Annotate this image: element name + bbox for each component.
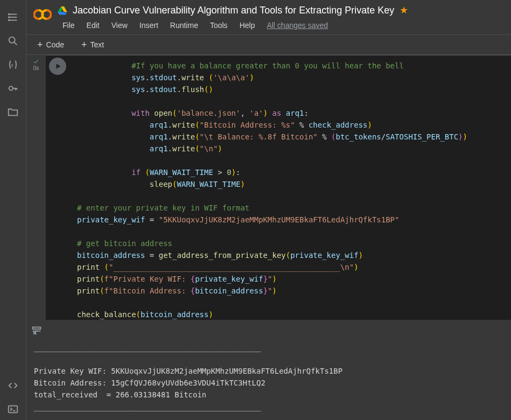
svg-point-4 <box>9 17 10 18</box>
code-editor[interactable]: #If you have a balance greater than 0 yo… <box>69 55 511 320</box>
add-text-button[interactable]: + Text <box>77 38 108 52</box>
colab-logo-icon <box>32 4 53 25</box>
drive-icon <box>58 6 67 17</box>
menu-view[interactable]: View <box>107 19 132 32</box>
menu-insert[interactable]: Insert <box>135 19 163 32</box>
code-cell: 0s #If you have a balance greater than 0… <box>26 55 511 320</box>
svg-point-6 <box>9 37 15 43</box>
star-icon[interactable]: ★ <box>400 4 408 16</box>
svg-point-9 <box>9 86 13 90</box>
notebook: 0s #If you have a balance greater than 0… <box>26 55 511 420</box>
document-title[interactable]: Jacobian Curve Vulnerability Algorithm a… <box>73 5 394 16</box>
plus-icon: + <box>37 40 43 50</box>
terminal-icon[interactable] <box>2 398 24 420</box>
code-snippets-icon[interactable] <box>2 375 24 396</box>
add-code-label: Code <box>46 40 64 49</box>
plus-icon: + <box>81 40 87 50</box>
run-button[interactable] <box>49 58 66 75</box>
cell-output: ________________________________________… <box>26 341 511 420</box>
output-options-icon[interactable] <box>31 324 43 338</box>
toolbar: + Code + Text <box>26 35 511 55</box>
search-icon[interactable] <box>2 30 24 52</box>
menu-edit[interactable]: Edit <box>82 19 104 32</box>
svg-marker-19 <box>57 64 61 68</box>
exec-time: 0s <box>33 65 39 71</box>
menu-bar: FileEditViewInsertRuntimeToolsHelpAll ch… <box>58 19 408 32</box>
variables-icon[interactable]: x <box>2 54 24 75</box>
header: Jacobian Curve Vulnerability Algorithm a… <box>26 0 511 35</box>
add-text-label: Text <box>90 40 104 49</box>
svg-text:x: x <box>10 62 13 68</box>
menu-help[interactable]: Help <box>235 19 260 32</box>
svg-rect-20 <box>33 327 41 329</box>
svg-marker-18 <box>58 12 66 15</box>
check-icon <box>33 58 39 65</box>
left-rail: x <box>0 0 26 420</box>
svg-line-7 <box>14 42 17 45</box>
save-status[interactable]: All changes saved <box>262 19 333 32</box>
svg-point-3 <box>9 14 10 15</box>
main-area: Jacobian Curve Vulnerability Algorithm a… <box>26 0 511 420</box>
svg-point-5 <box>9 20 10 21</box>
secrets-icon[interactable] <box>2 78 24 99</box>
play-icon <box>54 62 62 70</box>
add-code-button[interactable]: + Code <box>33 38 68 52</box>
menu-runtime[interactable]: Runtime <box>165 19 203 32</box>
svg-rect-13 <box>9 406 18 413</box>
menu-tools[interactable]: Tools <box>205 19 233 32</box>
toc-icon[interactable] <box>2 6 24 28</box>
menu-file[interactable]: File <box>58 19 80 32</box>
output-toolbar <box>26 320 511 341</box>
files-icon[interactable] <box>2 101 24 123</box>
cell-status: 0s <box>26 55 46 320</box>
run-column <box>46 55 69 320</box>
